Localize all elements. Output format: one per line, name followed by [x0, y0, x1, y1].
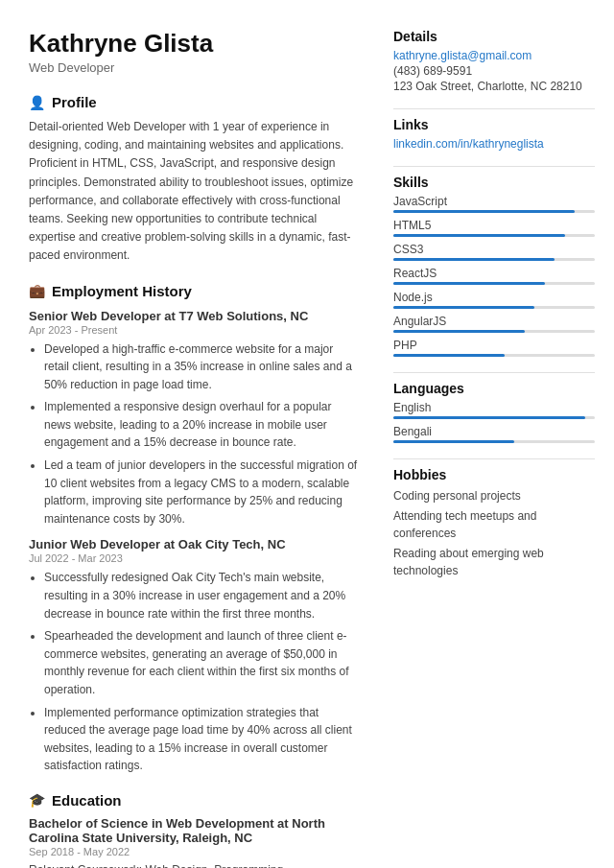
job-bullets-1: Developed a high-traffic e-commerce webs…	[29, 340, 361, 528]
lang-name-1: English	[393, 401, 595, 414]
skill-bar-fill-3	[393, 258, 555, 261]
candidate-job-title: Web Developer	[29, 60, 361, 75]
skill-bar-fill-6	[393, 330, 525, 333]
skill-name-4: ReactJS	[393, 267, 595, 280]
profile-text: Detail-oriented Web Developer with 1 yea…	[29, 118, 361, 266]
lang-item-1: English	[393, 401, 595, 419]
page: Kathryne Glista Web Developer 👤 Profile …	[0, 0, 614, 868]
skill-item-7: PHP	[393, 339, 595, 357]
left-column: Kathryne Glista Web Developer 👤 Profile …	[0, 29, 384, 868]
job-entry-1: Senior Web Developer at T7 Web Solutions…	[29, 309, 361, 528]
hobby-item-1: Coding personal projects	[393, 487, 595, 504]
links-heading: Links	[393, 117, 595, 132]
divider-4	[393, 458, 595, 459]
skill-name-1: JavaScript	[393, 195, 595, 208]
education-section: 🎓 Education Bachelor of Science in Web D…	[29, 792, 361, 868]
skill-name-7: PHP	[393, 339, 595, 352]
detail-address: 123 Oak Street, Charlotte, NC 28210	[393, 80, 595, 93]
job-title-1: Senior Web Developer at T7 Web Solutions…	[29, 309, 361, 323]
skill-bar-bg-6	[393, 330, 595, 333]
languages-section: Languages English Bengali	[393, 381, 595, 443]
skill-bar-bg-7	[393, 354, 595, 357]
lang-bar-fill-1	[393, 416, 585, 419]
job-entry-2: Junior Web Developer at Oak City Tech, N…	[29, 537, 361, 775]
edu-degree-1: Bachelor of Science in Web Development a…	[29, 816, 361, 845]
education-icon: 🎓	[29, 792, 45, 808]
job-bullets-2: Successfully redesigned Oak City Tech's …	[29, 569, 361, 775]
edu-entry-1: Bachelor of Science in Web Development a…	[29, 816, 361, 868]
education-heading: 🎓 Education	[29, 792, 361, 809]
header-section: Kathryne Glista Web Developer	[29, 29, 361, 75]
profile-section: 👤 Profile Detail-oriented Web Developer …	[29, 94, 361, 266]
bullet-2-2: Spearheaded the development and launch o…	[44, 627, 361, 698]
languages-heading: Languages	[393, 381, 595, 396]
hobby-item-2: Attending tech meetups and conferences	[393, 507, 595, 542]
skill-bar-bg-3	[393, 258, 595, 261]
candidate-name: Kathryne Glista	[29, 29, 361, 59]
edu-coursework-1: Relevant Coursework: Web Design, Program…	[29, 861, 361, 868]
right-column: Details kathryne.glista@gmail.com (483) …	[384, 29, 614, 868]
skill-name-2: HTML5	[393, 219, 595, 232]
divider-2	[393, 166, 595, 167]
skill-name-6: AngularJS	[393, 315, 595, 328]
skills-section: Skills JavaScript HTML5 CSS3 Rea	[393, 175, 595, 357]
skill-bar-fill-5	[393, 306, 534, 309]
hobby-item-3: Reading about emerging web technologies	[393, 545, 595, 579]
lang-item-2: Bengali	[393, 425, 595, 443]
skill-bar-fill-2	[393, 234, 565, 237]
hobbies-section: Hobbies Coding personal projects Attendi…	[393, 467, 595, 579]
details-section: Details kathryne.glista@gmail.com (483) …	[393, 29, 595, 93]
skill-item-3: CSS3	[393, 243, 595, 261]
linkedin-link[interactable]: linkedin.com/in/kathryneglista	[393, 137, 595, 151]
skill-item-1: JavaScript	[393, 195, 595, 213]
bullet-2-1: Successfully redesigned Oak City Tech's …	[44, 569, 361, 622]
bullet-1-3: Led a team of junior developers in the s…	[44, 457, 361, 528]
skill-bar-bg-5	[393, 306, 595, 309]
bullet-2-3: Implemented performance optimization str…	[44, 704, 361, 775]
employment-heading: 💼 Employment History	[29, 283, 361, 299]
employment-section: 💼 Employment History Senior Web Develope…	[29, 283, 361, 775]
skills-heading: Skills	[393, 175, 595, 190]
skill-bar-fill-1	[393, 210, 575, 213]
job-date-1: Apr 2023 - Present	[29, 324, 361, 336]
detail-email[interactable]: kathryne.glista@gmail.com	[393, 49, 595, 62]
skill-bar-bg-1	[393, 210, 595, 213]
skill-name-3: CSS3	[393, 243, 595, 256]
skill-bar-bg-2	[393, 234, 595, 237]
skill-item-2: HTML5	[393, 219, 595, 237]
skill-item-4: ReactJS	[393, 267, 595, 285]
profile-heading: 👤 Profile	[29, 94, 361, 110]
bullet-1-2: Implemented a responsive design overhaul…	[44, 398, 361, 452]
divider-3	[393, 372, 595, 373]
skill-name-5: Node.js	[393, 291, 595, 304]
skill-bar-fill-4	[393, 282, 545, 285]
hobbies-heading: Hobbies	[393, 467, 595, 482]
detail-phone: (483) 689-9591	[393, 64, 595, 78]
skill-bar-fill-7	[393, 354, 505, 357]
details-heading: Details	[393, 29, 595, 44]
links-section: Links linkedin.com/in/kathryneglista	[393, 117, 595, 151]
job-date-2: Jul 2022 - Mar 2023	[29, 552, 361, 564]
skill-item-5: Node.js	[393, 291, 595, 309]
profile-icon: 👤	[29, 95, 45, 110]
skill-bar-bg-4	[393, 282, 595, 285]
lang-bar-fill-2	[393, 440, 514, 443]
employment-icon: 💼	[29, 283, 45, 298]
lang-name-2: Bengali	[393, 425, 595, 438]
lang-bar-bg-2	[393, 440, 595, 443]
lang-bar-bg-1	[393, 416, 595, 419]
skill-item-6: AngularJS	[393, 315, 595, 333]
divider-1	[393, 108, 595, 109]
edu-date-1: Sep 2018 - May 2022	[29, 846, 361, 857]
job-title-2: Junior Web Developer at Oak City Tech, N…	[29, 537, 361, 551]
bullet-1-1: Developed a high-traffic e-commerce webs…	[44, 340, 361, 394]
